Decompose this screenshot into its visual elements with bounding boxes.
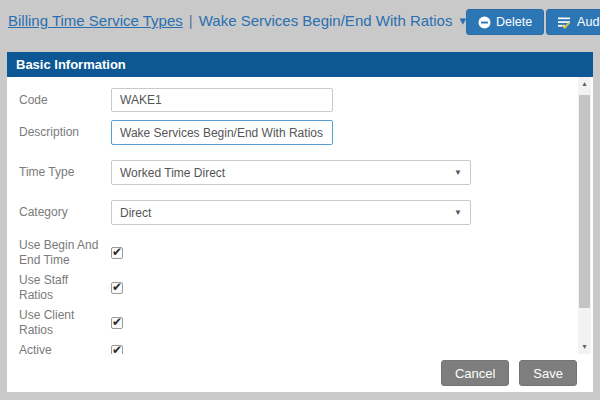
code-input[interactable] xyxy=(111,88,333,112)
select-value: Direct xyxy=(120,206,151,220)
use-client-ratios-checkbox[interactable] xyxy=(111,317,123,329)
audit-button[interactable]: Audit xyxy=(546,9,600,35)
save-button[interactable]: Save xyxy=(519,360,577,386)
vertical-scrollbar[interactable]: ▴ ▾ xyxy=(578,77,591,354)
active-checkbox[interactable] xyxy=(111,345,123,355)
field-label: Use Begin And End Time xyxy=(19,238,99,268)
field-label: Category xyxy=(19,205,99,220)
time-type-select[interactable]: Worked Time Direct▼ xyxy=(111,160,471,185)
field-label: Code xyxy=(19,93,99,108)
form-row-description: Description xyxy=(19,120,593,145)
scrollbar-up-arrow-icon[interactable]: ▴ xyxy=(578,78,591,90)
record-title-dropdown[interactable]: Wake Services Begin/End With Ratios ▾ xyxy=(199,12,466,29)
breadcrumb-link[interactable]: Billing Time Service Types xyxy=(8,12,183,29)
delete-button[interactable]: Delete xyxy=(466,9,544,35)
form-row-code: Code xyxy=(19,88,593,112)
scrollbar-thumb[interactable] xyxy=(579,95,590,308)
basic-information-header: Basic Information xyxy=(7,52,593,77)
form-row-use-begin-and-end-time: Use Begin And End Time xyxy=(19,238,593,268)
cancel-button[interactable]: Cancel xyxy=(441,360,509,386)
breadcrumb-separator: | xyxy=(189,12,193,29)
delete-button-label: Delete xyxy=(496,15,532,29)
chevron-down-icon: ▼ xyxy=(454,208,462,217)
header-actions: Delete Audit xyxy=(466,9,600,35)
use-staff-ratios-checkbox[interactable] xyxy=(111,282,123,294)
field-label: Use Staff Ratios xyxy=(19,273,99,303)
chevron-down-icon: ▼ xyxy=(454,168,462,177)
form-scroll-area: CodeDescriptionTime TypeWorked Time Dire… xyxy=(7,77,593,354)
record-title: Wake Services Begin/End With Ratios xyxy=(199,12,453,29)
description-input[interactable] xyxy=(111,120,333,145)
use-begin-and-end-time-checkbox[interactable] xyxy=(111,247,123,259)
form-row-active: Active xyxy=(19,343,593,354)
audit-button-label: Audit xyxy=(577,15,600,29)
form-row-category: CategoryDirect▼ xyxy=(19,200,593,225)
form-footer: Cancel Save xyxy=(7,354,593,392)
app-window: Billing Time Service Types | Wake Servic… xyxy=(0,0,600,400)
category-select[interactable]: Direct▼ xyxy=(111,200,471,225)
form-row-time-type: Time TypeWorked Time Direct▼ xyxy=(19,160,593,185)
breadcrumb: Billing Time Service Types | Wake Servic… xyxy=(8,9,466,29)
select-value: Worked Time Direct xyxy=(120,166,225,180)
form-viewport: CodeDescriptionTime TypeWorked Time Dire… xyxy=(7,77,593,354)
field-label: Use Client Ratios xyxy=(19,308,99,338)
scrollbar-down-arrow-icon[interactable]: ▾ xyxy=(578,341,591,353)
basic-information-panel: CodeDescriptionTime TypeWorked Time Dire… xyxy=(7,77,593,392)
form-row-use-staff-ratios: Use Staff Ratios xyxy=(19,273,593,303)
header-bar: Billing Time Service Types | Wake Servic… xyxy=(0,0,600,52)
field-label: Time Type xyxy=(19,165,99,180)
minus-circle-icon xyxy=(478,16,491,29)
audit-list-icon xyxy=(558,16,572,29)
field-label: Active xyxy=(19,343,99,354)
field-label: Description xyxy=(19,125,99,140)
form-row-use-client-ratios: Use Client Ratios xyxy=(19,308,593,338)
